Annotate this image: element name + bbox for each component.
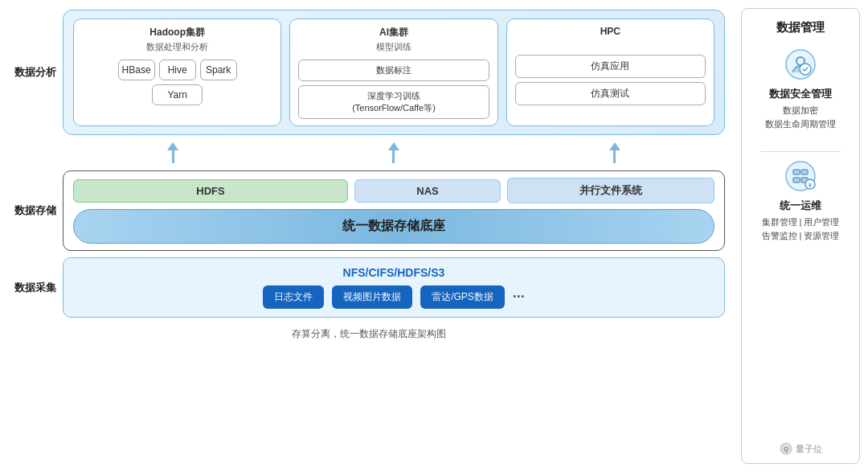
ai-items: 数据标注 深度学习训练(TensorFlow/Caffe等) xyxy=(298,60,489,119)
hadoop-cluster-box: Hadoop集群 数据处理和分析 HBase Hive Spark Yarn xyxy=(73,18,281,126)
security-desc-2: 数据生命周期管理 xyxy=(765,117,836,131)
security-title: 数据安全管理 xyxy=(769,87,832,101)
spark-item: Spark xyxy=(200,60,237,80)
nfs-label: NFS/CIFS/HDFS/S3 xyxy=(343,266,445,279)
parallel-box: 并行文件系统 xyxy=(507,178,714,203)
hdfs-box: HDFS xyxy=(73,179,348,203)
ops-desc-1: 集群管理 | 用户管理 xyxy=(762,215,840,229)
arrow-head-2 xyxy=(388,142,399,150)
security-icon xyxy=(783,47,818,82)
collection-items-row: 日志文件 视频图片数据 雷达/GPS数据 ··· xyxy=(263,285,525,309)
unified-storage: 统一数据存储底座 xyxy=(73,209,714,244)
ops-title: 统一运维 xyxy=(780,199,821,213)
arrow-head-3 xyxy=(609,142,620,150)
ai-item-1: 数据标注 xyxy=(298,60,489,81)
collection-item-2: 视频图片数据 xyxy=(332,285,412,309)
sidebar-divider xyxy=(760,151,841,152)
storage-content: HDFS NAS 并行文件系统 统一数据存储底座 xyxy=(63,170,725,251)
collection-box: NFS/CIFS/HDFS/S3 日志文件 视频图片数据 雷达/GPS数据 ··… xyxy=(63,257,725,318)
hpc-title: HPC xyxy=(600,26,620,37)
storage-row: 数据存储 HDFS NAS 并行文件系统 统一数据存储底座 xyxy=(13,170,725,251)
arrow-1 xyxy=(167,142,178,163)
hpc-subtitle xyxy=(609,39,612,48)
collection-item-1: 日志文件 xyxy=(263,285,324,309)
analysis-content: Hadoop集群 数据处理和分析 HBase Hive Spark Yarn xyxy=(63,10,725,135)
logo-icon: Q xyxy=(780,442,792,455)
hadoop-subtitle: 数据处理和分析 xyxy=(146,41,208,53)
hpc-items: 仿真应用 仿真测试 xyxy=(515,55,706,105)
svg-rect-6 xyxy=(793,178,800,183)
storage-box: HDFS NAS 并行文件系统 统一数据存储底座 xyxy=(63,170,725,251)
svg-rect-4 xyxy=(793,170,800,174)
arrow-head-1 xyxy=(167,142,178,150)
collection-content: NFS/CIFS/HDFS/S3 日志文件 视频图片数据 雷达/GPS数据 ··… xyxy=(63,257,725,318)
ai-item-2: 深度学习训练(TensorFlow/Caffe等) xyxy=(298,85,489,119)
logo-text: 量子位 xyxy=(796,443,822,455)
ops-section: ¥ 统一运维 集群管理 | 用户管理 告警监控 | 资源管理 xyxy=(750,158,851,242)
hpc-cluster-box: HPC 仿真应用 仿真测试 xyxy=(506,18,714,126)
hadoop-title: Hadoop集群 xyxy=(149,26,205,39)
hbase-item: HBase xyxy=(118,60,155,80)
ai-subtitle: 模型训练 xyxy=(376,41,411,53)
svg-rect-5 xyxy=(801,170,808,174)
storage-top-row: HDFS NAS 并行文件系统 xyxy=(73,178,714,203)
nas-box: NAS xyxy=(354,179,501,203)
arrow-shaft-1 xyxy=(172,150,174,163)
sidebar: 数据管理 数据安全管理 数据加密 数据生命周期管理 ¥ 统一运维 集群管理 | … xyxy=(741,8,860,464)
security-section: 数据安全管理 数据加密 数据生命周期管理 xyxy=(750,47,851,130)
hadoop-bottom: Yarn xyxy=(152,84,202,105)
analysis-box: Hadoop集群 数据处理和分析 HBase Hive Spark Yarn xyxy=(63,10,725,135)
ops-icon: ¥ xyxy=(783,158,818,194)
security-desc-1: 数据加密 xyxy=(783,104,818,117)
collection-label: 数据采集 xyxy=(13,281,56,295)
arrows-row xyxy=(13,142,725,164)
hpc-item-2: 仿真测试 xyxy=(515,82,706,105)
hpc-item-1: 仿真应用 xyxy=(515,55,706,78)
arrow-shaft-2 xyxy=(392,150,395,163)
sidebar-title: 数据管理 xyxy=(776,20,825,35)
svg-text:Q: Q xyxy=(784,446,788,453)
hive-item: Hive xyxy=(159,60,196,80)
collection-dots: ··· xyxy=(513,289,525,306)
arrow-shaft-3 xyxy=(613,150,616,163)
arrow-2 xyxy=(388,142,399,163)
ai-cluster-box: AI集群 模型训练 数据标注 深度学习训练(TensorFlow/Caffe等) xyxy=(289,18,497,126)
caption: 存算分离，统一数据存储底座架构图 xyxy=(13,327,725,341)
collection-row: 数据采集 NFS/CIFS/HDFS/S3 日志文件 视频图片数据 雷达/GPS… xyxy=(13,257,725,318)
yarn-item: Yarn xyxy=(152,84,202,105)
arrow-3 xyxy=(609,142,620,163)
hadoop-grid: HBase Hive Spark xyxy=(118,60,237,80)
analysis-label: 数据分析 xyxy=(13,65,56,80)
svg-text:¥: ¥ xyxy=(809,182,813,189)
storage-label: 数据存储 xyxy=(13,203,56,218)
collection-item-3: 雷达/GPS数据 xyxy=(420,285,505,309)
analysis-row: 数据分析 Hadoop集群 数据处理和分析 HBase Hive Spark Y… xyxy=(13,10,725,135)
ai-title: AI集群 xyxy=(379,26,408,39)
ops-desc-2: 告警监控 | 资源管理 xyxy=(762,229,840,243)
sidebar-logo: Q 量子位 xyxy=(780,442,822,455)
